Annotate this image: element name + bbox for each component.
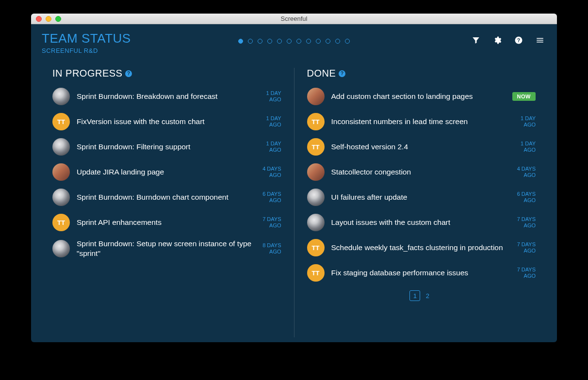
pager-dot[interactable]	[258, 39, 262, 44]
task-title: Sprint Burndown: Filtering support	[77, 142, 260, 152]
avatar: TT	[307, 239, 325, 256]
task-title: Add custom chart section to landing page…	[331, 92, 506, 101]
pager-dot[interactable]	[345, 39, 350, 44]
pager-dot[interactable]	[296, 39, 301, 44]
task-title: Fix staging database performance issues	[331, 268, 510, 278]
avatar: TT	[307, 113, 325, 130]
task-row[interactable]: Layout issues with the custom chart7 DAY…	[307, 214, 536, 231]
pagination: 12	[307, 290, 536, 301]
avatar	[307, 163, 325, 181]
mac-titlebar: Screenful	[31, 14, 557, 24]
task-title: Sprint Burndown: Burndown chart componen…	[77, 192, 256, 202]
task-time: 6 DAYSAGO	[262, 191, 281, 204]
pager-dot[interactable]	[238, 39, 243, 44]
task-time: 1 DAYAGO	[266, 141, 281, 153]
column-title-text: DONE	[307, 68, 336, 79]
task-time: 1 DAYAGO	[266, 90, 281, 103]
page-subtitle: SCREENFUL R&D	[42, 47, 131, 54]
task-title: Update JIRA landing page	[77, 167, 256, 177]
column-in-progress: IN PROGRESS ? Sprint Burndown: Breakdown…	[49, 68, 294, 337]
task-time: 4 DAYSAGO	[517, 166, 536, 178]
task-row[interactable]: Update JIRA landing page4 DAYSAGO	[52, 163, 281, 181]
task-time: 1 DAYAGO	[266, 115, 281, 128]
menu-icon[interactable]	[536, 36, 544, 45]
page-button[interactable]: 1	[409, 290, 420, 301]
pager-dots	[238, 39, 350, 44]
help-icon[interactable]: ?	[514, 36, 523, 45]
task-title: Self-hosted version 2.4	[331, 142, 514, 152]
avatar: TT	[307, 138, 325, 156]
avatar	[52, 163, 70, 181]
pager-dot[interactable]	[306, 39, 311, 44]
task-row[interactable]: Sprint Burndown: Burndown chart componen…	[52, 189, 281, 206]
task-time: 1 DAYAGO	[521, 115, 536, 128]
task-time: 7 DAYSAGO	[262, 216, 281, 229]
task-time: 6 DAYSAGO	[517, 191, 536, 204]
task-title: FixVersion issue with the custom chart	[77, 117, 260, 127]
task-title: Sprint API enhancements	[77, 218, 256, 227]
pager-dot[interactable]	[267, 39, 272, 44]
avatar	[52, 189, 70, 206]
column-title-text: IN PROGRESS	[52, 68, 122, 79]
pager-dot[interactable]	[326, 39, 330, 44]
task-title: Sprint Burndown: Breakdown and forecast	[77, 92, 260, 101]
app-header: TEAM STATUS SCREENFUL R&D ?	[31, 24, 557, 58]
avatar	[307, 189, 325, 206]
now-badge: NOW	[512, 92, 536, 101]
task-time: 1 DAYAGO	[521, 141, 536, 153]
task-title: UI failures after update	[331, 192, 510, 202]
pager-dot[interactable]	[316, 39, 321, 44]
app-window: Screenful TEAM STATUS SCREENFUL R&D ? IN…	[31, 14, 557, 342]
task-title: Schedule weekly task_facts clustering in…	[331, 243, 510, 253]
task-time: 8 DAYSAGO	[262, 242, 281, 255]
column-title-in-progress: IN PROGRESS ?	[52, 68, 281, 79]
avatar	[52, 88, 70, 105]
task-list-in-progress: Sprint Burndown: Breakdown and forecast1…	[52, 88, 281, 258]
task-row[interactable]: Add custom chart section to landing page…	[307, 88, 536, 105]
gear-icon[interactable]	[493, 36, 502, 45]
filter-icon[interactable]	[472, 36, 480, 45]
task-row[interactable]: TTFixVersion issue with the custom chart…	[52, 113, 281, 130]
avatar: TT	[52, 113, 70, 130]
task-list-done: Add custom chart section to landing page…	[307, 88, 536, 282]
task-row[interactable]: TTSprint API enhancements7 DAYSAGO	[52, 214, 281, 231]
task-row[interactable]: Statcollector congestion4 DAYSAGO	[307, 163, 536, 181]
task-row[interactable]: Sprint Burndown: Breakdown and forecast1…	[52, 88, 281, 105]
task-title: Sprint Burndown: Setup new screen instan…	[77, 239, 256, 258]
help-badge-icon[interactable]: ?	[339, 70, 345, 77]
avatar: TT	[307, 264, 325, 282]
pager-dot[interactable]	[287, 39, 292, 44]
task-time: 7 DAYSAGO	[517, 267, 536, 279]
avatar	[52, 240, 70, 257]
pager-dot[interactable]	[335, 39, 340, 44]
page-button[interactable]: 2	[422, 290, 433, 301]
window-title: Screenful	[31, 15, 557, 22]
task-title: Layout issues with the custom chart	[331, 218, 510, 227]
task-title: Statcollector congestion	[331, 167, 510, 177]
task-row[interactable]: Sprint Burndown: Setup new screen instan…	[52, 239, 281, 258]
header-actions: ?	[472, 31, 546, 45]
svg-text:?: ?	[517, 37, 520, 43]
avatar	[307, 88, 325, 105]
help-badge-icon[interactable]: ?	[125, 70, 132, 77]
task-time: 7 DAYSAGO	[517, 241, 536, 254]
app-body: TEAM STATUS SCREENFUL R&D ? IN PROGRESS …	[31, 24, 557, 342]
task-time: 7 DAYSAGO	[517, 216, 536, 229]
avatar	[307, 214, 325, 231]
pager-dot[interactable]	[248, 39, 253, 44]
task-row[interactable]: Sprint Burndown: Filtering support1 DAYA…	[52, 138, 281, 156]
page-title: TEAM STATUS	[42, 31, 131, 46]
column-title-done: DONE ?	[307, 68, 536, 79]
avatar: TT	[52, 214, 70, 231]
task-title: Inconsistent numbers in lead time screen	[331, 117, 514, 127]
task-row[interactable]: TTSelf-hosted version 2.41 DAYAGO	[307, 138, 536, 156]
columns: IN PROGRESS ? Sprint Burndown: Breakdown…	[31, 58, 557, 342]
header-left: TEAM STATUS SCREENFUL R&D	[42, 31, 131, 54]
task-row[interactable]: TTFix staging database performance issue…	[307, 264, 536, 282]
column-done: DONE ? Add custom chart section to landi…	[294, 68, 540, 337]
pager-dot[interactable]	[277, 39, 282, 44]
task-row[interactable]: UI failures after update6 DAYSAGO	[307, 189, 536, 206]
task-row[interactable]: TTSchedule weekly task_facts clustering …	[307, 239, 536, 256]
task-row[interactable]: TTInconsistent numbers in lead time scre…	[307, 113, 536, 130]
avatar	[52, 138, 70, 156]
